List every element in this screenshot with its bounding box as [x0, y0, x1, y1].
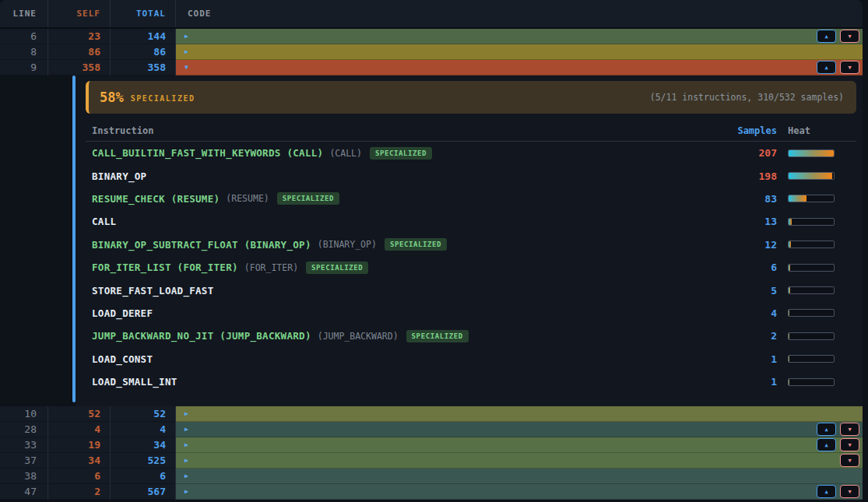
sample-count: 83 — [710, 193, 777, 205]
sample-count: 207 — [710, 147, 777, 159]
instruction-row: RESUME_CHECK (RESUME) (RESUME) SPECIALIZ… — [86, 188, 856, 210]
instruction-name: LOAD_DEREF — [92, 307, 153, 319]
table-row: 8 86 86 ▶ squared = [x * x for x in data… — [0, 44, 863, 60]
expand-arrow-icon[interactable]: ▶ — [184, 484, 188, 500]
code-cell[interactable]: ▶ stats = compute_stats(data) ▲ ▼ — [176, 453, 863, 469]
instruction-name: BINARY_OP — [92, 170, 146, 182]
expand-arrow-icon[interactable]: ▶ — [184, 44, 188, 60]
jump-down-button[interactable]: ▼ — [840, 454, 859, 467]
jump-down-button[interactable]: ▼ — [840, 61, 859, 74]
self-samples: 23 — [48, 29, 111, 44]
specialized-badge: SPECIALIZED — [406, 330, 469, 342]
sample-count: 13 — [710, 216, 777, 227]
heat-bar-track — [788, 172, 835, 180]
jump-up-button[interactable]: ▲ — [817, 423, 836, 436]
column-header-line[interactable]: LINE — [0, 0, 48, 27]
instruction-name: LOAD_SMALL_INT — [92, 376, 177, 388]
column-header-instruction[interactable]: Instruction — [86, 125, 710, 136]
heat-bar-track — [788, 286, 835, 294]
column-header-code[interactable]: CODE — [176, 0, 863, 27]
jump-down-button[interactable]: ▼ — [840, 438, 859, 451]
instruction-row: BINARY_OP_SUBTRACT_FLOAT (BINARY_OP) (BI… — [86, 233, 856, 256]
instruction-name: JUMP_BACKWARD_NO_JIT (JUMP_BACKWARD) — [92, 330, 311, 342]
heat-bar-fill — [789, 219, 792, 225]
line-number: 37 — [0, 453, 48, 469]
heat-bar — [777, 378, 856, 386]
heat-bar-track — [788, 195, 835, 202]
base-opcode: (FOR_ITER) — [244, 262, 298, 273]
specialized-percent: 58% — [100, 90, 124, 105]
expanded-detail-section: 58% SPECIALIZED (5/11 instructions, 310/… — [0, 75, 868, 406]
instruction-name: CALL — [92, 216, 116, 227]
specialized-badge: SPECIALIZED — [277, 192, 339, 205]
jump-down-button[interactable]: ▼ — [840, 485, 859, 498]
jump-up-button[interactable]: ▲ — [817, 61, 836, 74]
specialization-meta: (5/11 instructions, 310/532 samples) — [650, 92, 844, 103]
heat-bar-fill — [789, 265, 790, 271]
column-header-heat[interactable]: Heat — [777, 125, 856, 136]
line-number: 47 — [0, 484, 48, 500]
sample-count: 198 — [710, 170, 777, 182]
row-move-buttons: ▲ ▼ — [817, 407, 859, 420]
heat-bar-track — [788, 309, 835, 317]
row-move-buttons: ▲ ▼ — [817, 469, 859, 483]
jump-up-button[interactable]: ▲ — [817, 438, 836, 451]
code-cell[interactable]: ▶ return {"mean": mean, "var": variance,… — [176, 406, 863, 422]
instruction-row: LOAD_CONST 1 — [86, 348, 856, 370]
instruction-name: STORE_FAST_LOAD_FAST — [92, 285, 214, 297]
expand-arrow-icon[interactable]: ▶ — [184, 469, 188, 484]
line-number: 6 — [0, 29, 48, 44]
table-row: 10 52 52 ▶ return {"mean": mean, "var": … — [0, 406, 863, 422]
table-row: 33 19 34 ▶ data = [math.sin(i * 0.01) + … — [0, 437, 863, 453]
code-cell[interactable]: ▶ squared = [x * x for x in data] # list… — [176, 44, 863, 60]
expand-arrow-icon[interactable]: ▶ — [184, 437, 188, 453]
line-number: 38 — [0, 469, 48, 484]
jump-up-button[interactable]: ▲ — [817, 30, 836, 43]
instruction-row: LOAD_DEREF 4 — [86, 302, 856, 325]
code-cell[interactable]: ▶ items = [{"value": x, "name": f"item_{… — [176, 469, 863, 484]
heat-bar — [777, 264, 856, 272]
total-samples: 86 — [111, 44, 176, 60]
expand-arrow-icon[interactable]: ▶ — [184, 453, 188, 469]
self-samples: 52 — [48, 406, 111, 422]
line-number: 28 — [0, 422, 48, 437]
heat-bar-track — [788, 378, 835, 386]
code-cell[interactable]: ▶ data = [math.sin(i * 0.01) + math.cos(… — [176, 437, 863, 453]
heat-bar-track — [788, 264, 835, 272]
code-rows-below: 10 52 52 ▶ return {"mean": mean, "var": … — [0, 406, 868, 500]
jump-up-button[interactable]: ▲ — [817, 485, 836, 498]
total-samples: 525 — [111, 453, 176, 469]
code-cell[interactable]: ▶ total = sum(data) # CALL + iteration ▲… — [176, 29, 863, 44]
expand-arrow-icon[interactable]: ▶ — [184, 422, 188, 437]
sample-count: 6 — [710, 262, 777, 273]
row-move-buttons: ▲ ▼ — [817, 485, 859, 498]
line-number: 9 — [0, 60, 48, 75]
table-row: 6 23 144 ▶ total = sum(data) # CALL + it… — [0, 29, 863, 44]
heat-bar-fill — [789, 310, 789, 316]
instruction-row: JUMP_BACKWARD_NO_JIT (JUMP_BACKWARD) (JU… — [86, 325, 856, 347]
expand-arrow-icon[interactable]: ▼ — [184, 60, 188, 75]
jump-down-button[interactable]: ▼ — [840, 30, 859, 43]
expand-arrow-icon[interactable]: ▶ — [184, 29, 188, 44]
jump-down-button[interactable]: ▼ — [840, 423, 859, 436]
column-header-self[interactable]: SELF — [48, 0, 111, 27]
row-move-buttons: ▲ ▼ — [817, 454, 859, 467]
column-header-samples[interactable]: Samples — [710, 125, 777, 136]
row-move-buttons: ▲ ▼ — [817, 30, 859, 43]
specialized-badge: SPECIALIZED — [385, 238, 447, 251]
expand-arrow-icon[interactable]: ▶ — [184, 406, 188, 422]
specialization-panel: 58% SPECIALIZED (5/11 instructions, 310/… — [86, 81, 856, 393]
heat-bar-track — [788, 240, 835, 248]
heat-bar — [777, 332, 856, 340]
column-header-total[interactable]: TOTAL — [111, 0, 176, 27]
sample-count: 12 — [710, 239, 777, 251]
table-row: 47 2 567 ▶ main() ▲ ▼ — [0, 484, 863, 500]
code-cell[interactable]: ▶ main() ▲ ▼ — [176, 484, 863, 500]
code-cell[interactable]: ▶ return n + recursive_sum(n - 1) ▲ ▼ — [176, 422, 863, 437]
code-cell[interactable]: ▼ variance = sum((x - mean) ** 2 for x i… — [176, 60, 863, 75]
heat-bar-fill — [789, 195, 807, 202]
total-samples: 34 — [111, 437, 176, 453]
instruction-name: LOAD_CONST — [92, 353, 153, 365]
profiler-view: LINE SELF TOTAL CODE 6 23 144 ▶ total = … — [0, 0, 868, 502]
specialization-summary-bar: 58% SPECIALIZED (5/11 instructions, 310/… — [86, 81, 856, 114]
